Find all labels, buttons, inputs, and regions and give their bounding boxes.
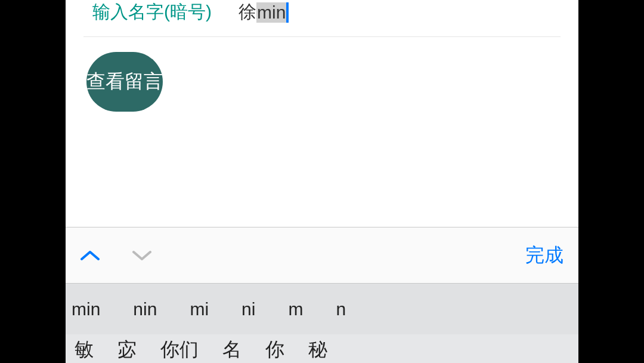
pinyin-suggestion[interactable]: ni: [242, 299, 255, 319]
keyboard-toolbar: 完成: [66, 227, 578, 284]
input-row[interactable]: 输入名字(暗号) 徐min: [83, 0, 561, 37]
character-candidates-row: 敏 宓 你们 名 你 秘: [66, 334, 578, 363]
character-candidate[interactable]: 你们: [160, 337, 199, 363]
character-candidate[interactable]: 你: [265, 337, 284, 363]
keyboard: 完成 min nin mi ni m n 敏 宓 你们 名 你 秘: [66, 227, 578, 363]
input-typing-text: min: [256, 2, 286, 23]
view-messages-button[interactable]: 查看留言: [86, 52, 163, 112]
name-input[interactable]: 徐min: [239, 0, 289, 24]
pinyin-suggestion[interactable]: mi: [190, 299, 209, 319]
text-cursor: [286, 2, 289, 23]
left-black-bar: [0, 0, 66, 363]
pinyin-suggestion[interactable]: n: [336, 299, 346, 319]
main-content: 输入名字(暗号) 徐min 查看留言 完成 min nin mi: [66, 0, 578, 363]
form-area: 输入名字(暗号) 徐min 查看留言: [66, 0, 578, 112]
input-committed-text: 徐: [239, 0, 256, 24]
right-black-bar: [578, 0, 644, 363]
keyboard-done-button[interactable]: 完成: [525, 242, 564, 269]
pinyin-suggestion[interactable]: m: [288, 299, 303, 319]
character-candidate[interactable]: 敏: [75, 337, 94, 363]
pinyin-suggestion[interactable]: nin: [133, 299, 157, 319]
pinyin-suggestions-row: min nin mi ni m n: [66, 284, 578, 334]
chevron-down-icon: [132, 250, 151, 262]
input-label: 输入名字(暗号): [92, 0, 212, 24]
character-candidate[interactable]: 宓: [117, 337, 137, 363]
character-candidate[interactable]: 名: [222, 337, 242, 363]
character-candidate[interactable]: 秘: [308, 337, 327, 363]
pinyin-suggestion[interactable]: min: [72, 299, 100, 319]
chevron-up-icon[interactable]: [80, 250, 100, 262]
